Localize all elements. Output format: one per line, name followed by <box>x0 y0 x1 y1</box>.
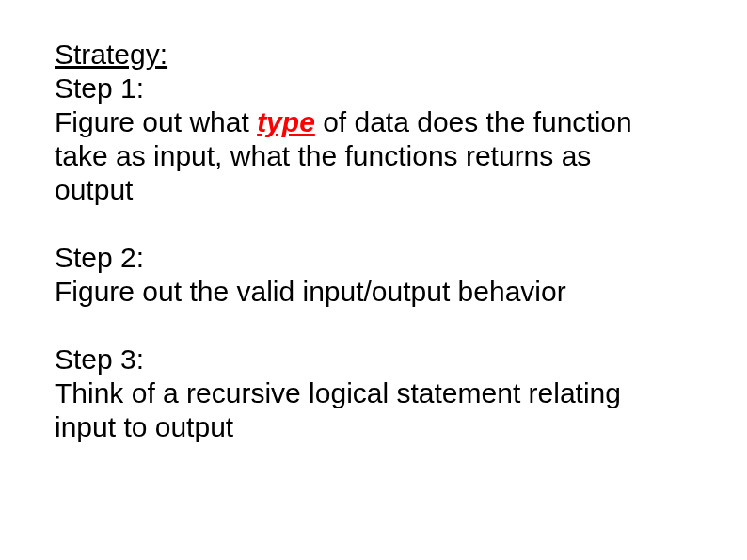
slide-page: Strategy: Step 1: Figure out what type o… <box>0 0 747 560</box>
step-2-label: Step 2: <box>55 242 144 273</box>
step-3-label: Step 3: <box>55 344 144 375</box>
strategy-heading: Strategy: <box>55 39 167 70</box>
step-1-block: Strategy: Step 1: Figure out what type o… <box>55 38 657 207</box>
step-3-block: Step 3: Think of a recursive logical sta… <box>55 343 657 444</box>
step-2-text: Figure out the valid input/output behavi… <box>55 276 566 307</box>
step-1-label: Step 1: <box>55 72 144 104</box>
step-1-text-a: Figure out what <box>55 106 257 137</box>
step-1-type-keyword: type <box>257 106 315 137</box>
step-3-text: Think of a recursive logical statement r… <box>55 377 621 442</box>
step-2-block: Step 2: Figure out the valid input/outpu… <box>55 241 657 309</box>
